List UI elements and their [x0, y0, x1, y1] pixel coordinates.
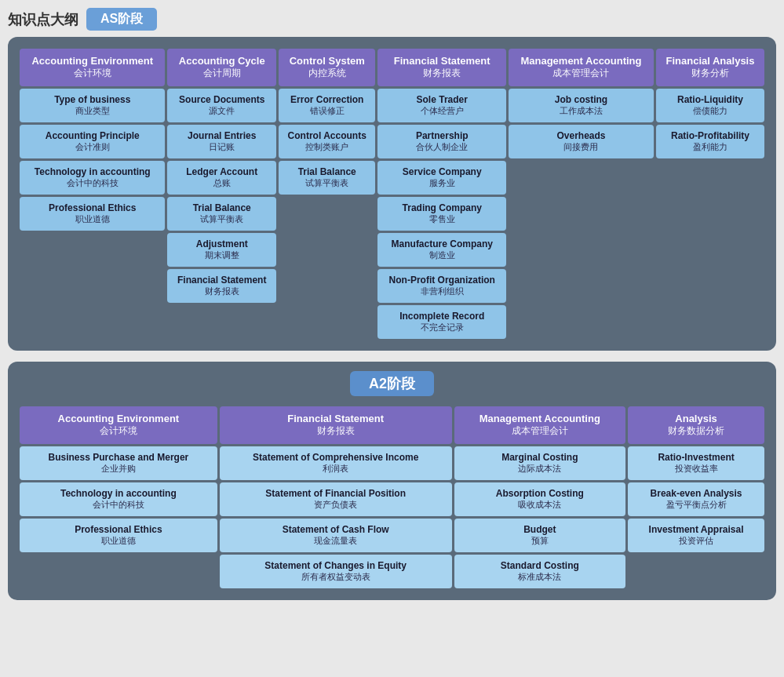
a2-cell: [20, 555, 217, 588]
as-cell: Trial Balance试算平衡表: [279, 161, 375, 195]
a2-cell: Technology in accounting会计中的科技: [20, 482, 217, 516]
as-cell: Manufacture Company制造业: [377, 233, 506, 267]
a2-col-header: Financial Statement财务报表: [220, 406, 452, 444]
a2-cell: Investment Appraisal投资评估: [628, 519, 764, 552]
as-cell: [509, 233, 654, 267]
page-title: 知识点大纲: [8, 10, 86, 29]
as-section: Accounting Environment会计环境Accounting Cyc…: [8, 37, 776, 351]
as-cell: [656, 305, 764, 339]
as-cell: [656, 161, 764, 195]
as-col-header: Accounting Environment会计环境: [20, 49, 165, 86]
a2-cell: Marginal Costing边际成本法: [454, 446, 626, 480]
as-col-header: Management Accounting成本管理会计: [509, 49, 654, 86]
a2-cell: Professional Ethics职业道德: [20, 519, 217, 552]
a2-cell: Break-even Analysis盈亏平衡点分析: [628, 482, 764, 516]
a2-cell: Absorption Costing吸收成本法: [454, 482, 626, 516]
as-cell: Journal Entries日记账: [167, 125, 275, 158]
a2-cell: Business Purchase and Merger企业并购: [20, 446, 217, 480]
as-cell: Control Accounts控制类账户: [279, 125, 375, 158]
as-cell: Service Company服务业: [377, 161, 506, 195]
as-cell: [509, 161, 654, 195]
as-cell: Error Correction错误修正: [279, 89, 375, 122]
as-col-header: Control System内控系统: [279, 49, 375, 86]
as-cell: Adjustment期末调整: [167, 233, 275, 267]
as-cell: [279, 197, 375, 231]
as-col-header: Financial Statement财务报表: [377, 49, 506, 86]
a2-cell: Standard Costing标准成本法: [454, 555, 626, 588]
as-cell: Incomplete Record不完全记录: [377, 305, 506, 339]
as-badge: AS阶段: [86, 8, 157, 31]
as-cell: Source Documents源文件: [167, 89, 275, 122]
page-wrapper: 知识点大纲 AS阶段 Accounting Environment会计环境Acc…: [8, 8, 776, 600]
as-cell: Accounting Principle会计准则: [20, 125, 165, 158]
as-cell: [167, 305, 275, 339]
as-cell: [20, 305, 165, 339]
as-cell: Trial Balance试算平衡表: [167, 197, 275, 231]
as-table: Accounting Environment会计环境Accounting Cyc…: [17, 46, 767, 341]
as-cell: [279, 305, 375, 339]
a2-col-header: Analysis财务数据分析: [628, 406, 764, 444]
as-cell: Trading Company零售业: [377, 197, 506, 231]
as-cell: Sole Trader个体经营户: [377, 89, 506, 122]
a2-table: Accounting Environment会计环境Financial Stat…: [17, 404, 767, 591]
as-cell: [279, 269, 375, 303]
a2-stage-label: A2阶段: [17, 371, 767, 396]
a2-cell: Statement of Cash Flow现金流量表: [220, 519, 452, 552]
as-cell: Overheads间接费用: [509, 125, 654, 158]
as-cell: Non-Profit Organization非营利组织: [377, 269, 506, 303]
as-cell: [20, 269, 165, 303]
as-col-header: Accounting Cycle会计周期: [167, 49, 275, 86]
as-cell: Job costing工作成本法: [509, 89, 654, 122]
a2-cell: Statement of Comprehensive Income利润表: [220, 446, 452, 480]
as-cell: Ratio-Liquidity偿债能力: [656, 89, 764, 122]
a2-cell: Statement of Changes in Equity所有者权益变动表: [220, 555, 452, 588]
as-cell: [509, 305, 654, 339]
as-cell: Professional Ethics职业道德: [20, 197, 165, 231]
as-cell: Ratio-Profitability盈利能力: [656, 125, 764, 158]
a2-section: A2阶段 Accounting Environment会计环境Financial…: [8, 362, 776, 600]
a2-badge: A2阶段: [350, 371, 434, 396]
as-cell: Financial Statement财务报表: [167, 269, 275, 303]
as-cell: [509, 197, 654, 231]
a2-col-header: Management Accounting成本管理会计: [454, 406, 626, 444]
as-cell: [279, 233, 375, 267]
header-row: 知识点大纲 AS阶段: [8, 8, 776, 31]
as-cell: [656, 269, 764, 303]
a2-cell: Statement of Financial Position资产负债表: [220, 482, 452, 516]
a2-cell: [628, 555, 764, 588]
as-cell: [656, 233, 764, 267]
as-cell: [656, 197, 764, 231]
as-cell: Ledger Account总账: [167, 161, 275, 195]
as-col-header: Financial Analysis财务分析: [656, 49, 764, 86]
as-cell: [20, 233, 165, 267]
as-cell: [509, 269, 654, 303]
as-cell: Technology in accounting会计中的科技: [20, 161, 165, 195]
a2-cell: Budget预算: [454, 519, 626, 552]
a2-col-header: Accounting Environment会计环境: [20, 406, 217, 444]
as-cell: Type of business商业类型: [20, 89, 165, 122]
a2-cell: Ratio-Investment投资收益率: [628, 446, 764, 480]
as-cell: Partnership合伙人制企业: [377, 125, 506, 158]
